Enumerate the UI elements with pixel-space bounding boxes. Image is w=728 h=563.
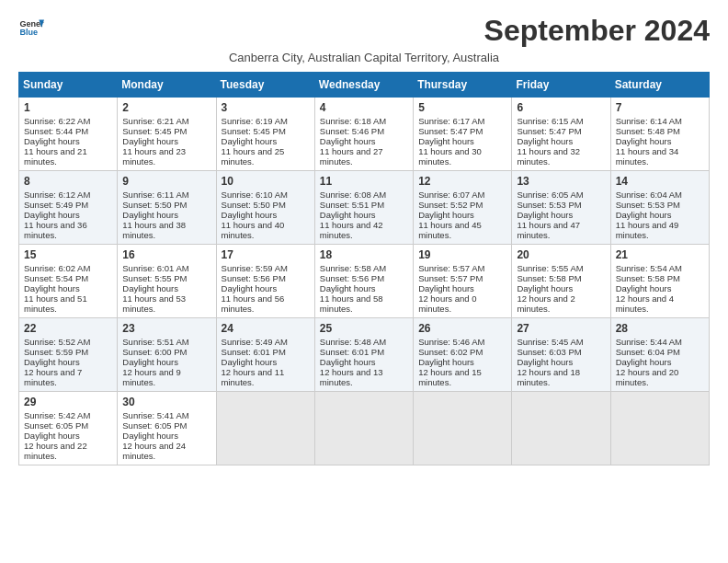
daylight-duration: 11 hours and 56 minutes. [222, 293, 285, 314]
week-row-3: 15Sunrise: 6:02 AMSunset: 5:54 PMDayligh… [19, 245, 710, 318]
day-number: 1 [24, 101, 112, 114]
daylight-label: Daylight hours [122, 210, 178, 220]
calendar-cell: 3Sunrise: 6:19 AMSunset: 5:45 PMDaylight… [216, 98, 314, 171]
sunrise: Sunrise: 5:57 AM [418, 263, 484, 273]
sunset: Sunset: 6:02 PM [418, 347, 483, 357]
day-number: 5 [418, 101, 506, 114]
column-header-thursday: Thursday [414, 73, 512, 98]
sunrise: Sunrise: 6:19 AM [222, 116, 288, 126]
sunset: Sunset: 5:46 PM [320, 126, 384, 136]
calendar-cell: 1Sunrise: 6:22 AMSunset: 5:44 PMDaylight… [19, 98, 118, 171]
daylight-label: Daylight hours [616, 283, 672, 293]
sunrise: Sunrise: 5:55 AM [517, 263, 583, 273]
sunrise: Sunrise: 5:51 AM [122, 337, 188, 347]
month-title: September 2024 [484, 15, 710, 47]
daylight-duration: 11 hours and 21 minutes. [24, 146, 87, 167]
day-number: 7 [616, 101, 704, 114]
calendar-cell: 30Sunrise: 5:41 AMSunset: 6:05 PMDayligh… [118, 392, 216, 465]
sunset: Sunset: 5:53 PM [616, 200, 680, 210]
daylight-label: Daylight hours [122, 431, 178, 441]
sunset: Sunset: 5:56 PM [320, 273, 384, 283]
day-number: 16 [122, 248, 210, 261]
sunrise: Sunrise: 5:45 AM [517, 337, 583, 347]
calendar-cell: 16Sunrise: 6:01 AMSunset: 5:55 PMDayligh… [118, 245, 216, 318]
daylight-label: Daylight hours [122, 136, 178, 146]
sunset: Sunset: 5:59 PM [24, 347, 88, 357]
daylight-duration: 12 hours and 9 minutes. [122, 367, 180, 387]
daylight-duration: 11 hours and 42 minutes. [320, 220, 383, 240]
daylight-duration: 12 hours and 24 minutes. [122, 441, 186, 461]
calendar-cell: 8Sunrise: 6:12 AMSunset: 5:49 PMDaylight… [19, 171, 118, 245]
sunrise: Sunrise: 6:05 AM [517, 190, 583, 200]
daylight-duration: 12 hours and 11 minutes. [222, 367, 285, 387]
daylight-label: Daylight hours [24, 210, 80, 220]
day-number: 12 [418, 175, 506, 188]
sunrise: Sunrise: 5:59 AM [222, 263, 288, 273]
sunset: Sunset: 5:45 PM [122, 126, 187, 136]
daylight-duration: 11 hours and 47 minutes. [517, 220, 580, 240]
calendar-cell: 10Sunrise: 6:10 AMSunset: 5:50 PMDayligh… [216, 171, 314, 245]
page-header: General Blue September 2024 [18, 15, 710, 47]
daylight-label: Daylight hours [320, 136, 376, 146]
day-number: 28 [616, 322, 704, 335]
sunset: Sunset: 5:44 PM [24, 126, 88, 136]
week-row-5: 29Sunrise: 5:42 AMSunset: 6:05 PMDayligh… [19, 392, 710, 465]
daylight-label: Daylight hours [616, 357, 672, 367]
location-subtitle: Canberra City, Australian Capital Territ… [18, 51, 710, 64]
sunset: Sunset: 6:05 PM [122, 420, 187, 431]
calendar-cell: 25Sunrise: 5:48 AMSunset: 6:01 PMDayligh… [314, 318, 413, 392]
sunrise: Sunrise: 6:17 AM [418, 116, 484, 126]
daylight-label: Daylight hours [616, 136, 672, 146]
daylight-label: Daylight hours [24, 431, 80, 441]
daylight-label: Daylight hours [517, 357, 573, 367]
daylight-duration: 11 hours and 51 minutes. [24, 293, 87, 314]
svg-text:Blue: Blue [19, 28, 38, 37]
daylight-duration: 11 hours and 49 minutes. [616, 220, 679, 240]
sunrise: Sunrise: 5:48 AM [320, 337, 386, 347]
calendar-cell: 11Sunrise: 6:08 AMSunset: 5:51 PMDayligh… [314, 171, 413, 245]
sunset: Sunset: 5:58 PM [616, 273, 680, 283]
day-number: 20 [517, 248, 605, 261]
week-row-1: 1Sunrise: 6:22 AMSunset: 5:44 PMDaylight… [19, 98, 710, 171]
calendar-cell: 26Sunrise: 5:46 AMSunset: 6:02 PMDayligh… [414, 318, 512, 392]
day-number: 10 [222, 175, 310, 188]
header-row: SundayMondayTuesdayWednesdayThursdayFrid… [19, 73, 710, 98]
sunset: Sunset: 6:00 PM [122, 347, 187, 357]
daylight-label: Daylight hours [122, 283, 178, 293]
calendar-cell: 12Sunrise: 6:07 AMSunset: 5:52 PMDayligh… [414, 171, 512, 245]
calendar-cell [314, 392, 413, 465]
day-number: 21 [616, 248, 704, 261]
logo: General Blue [18, 15, 44, 40]
sunrise: Sunrise: 6:04 AM [616, 190, 682, 200]
calendar-cell: 21Sunrise: 5:54 AMSunset: 5:58 PMDayligh… [610, 245, 709, 318]
calendar-cell [216, 392, 314, 465]
calendar-cell: 14Sunrise: 6:04 AMSunset: 5:53 PMDayligh… [610, 171, 709, 245]
daylight-duration: 11 hours and 53 minutes. [122, 293, 186, 314]
sunset: Sunset: 5:56 PM [222, 273, 286, 283]
sunset: Sunset: 6:05 PM [24, 420, 88, 431]
calendar-cell [512, 392, 610, 465]
sunset: Sunset: 5:54 PM [24, 273, 88, 283]
week-row-2: 8Sunrise: 6:12 AMSunset: 5:49 PMDaylight… [19, 171, 710, 245]
day-number: 8 [24, 175, 112, 188]
day-number: 9 [122, 175, 210, 188]
calendar-cell: 20Sunrise: 5:55 AMSunset: 5:58 PMDayligh… [512, 245, 610, 318]
daylight-label: Daylight hours [320, 210, 376, 220]
daylight-duration: 12 hours and 15 minutes. [418, 367, 482, 387]
calendar-cell: 17Sunrise: 5:59 AMSunset: 5:56 PMDayligh… [216, 245, 314, 318]
calendar-cell: 19Sunrise: 5:57 AMSunset: 5:57 PMDayligh… [414, 245, 512, 318]
calendar-cell: 28Sunrise: 5:44 AMSunset: 6:04 PMDayligh… [610, 318, 709, 392]
daylight-label: Daylight hours [517, 210, 573, 220]
sunrise: Sunrise: 6:02 AM [24, 263, 90, 273]
sunrise: Sunrise: 6:21 AM [122, 116, 188, 126]
sunrise: Sunrise: 5:52 AM [24, 337, 90, 347]
calendar-cell [610, 392, 709, 465]
daylight-label: Daylight hours [24, 283, 80, 293]
daylight-duration: 11 hours and 36 minutes. [24, 220, 87, 240]
daylight-duration: 11 hours and 38 minutes. [122, 220, 186, 240]
calendar-cell: 2Sunrise: 6:21 AMSunset: 5:45 PMDaylight… [118, 98, 216, 171]
sunrise: Sunrise: 5:54 AM [616, 263, 682, 273]
daylight-label: Daylight hours [517, 136, 573, 146]
daylight-label: Daylight hours [320, 357, 376, 367]
calendar-cell [414, 392, 512, 465]
